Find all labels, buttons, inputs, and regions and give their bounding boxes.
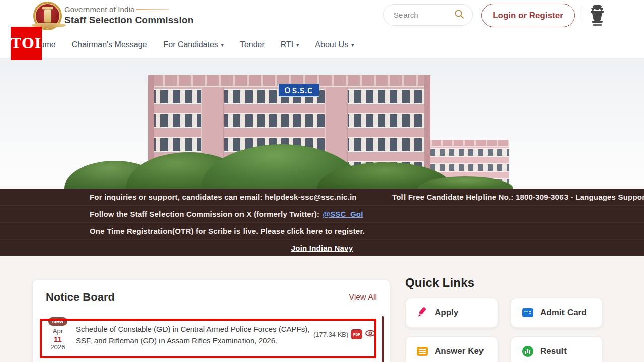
login-register-button[interactable]: Login or Register: [481, 4, 575, 27]
bar-chart-icon: [522, 346, 533, 357]
ssc-sign-logo-icon: [285, 87, 290, 93]
view-all-link[interactable]: View All: [349, 293, 377, 302]
helpline-text: Toll Free Candidate Helpline No.: 1800-3…: [392, 193, 644, 201]
chevron-down-icon: ▾: [296, 42, 299, 48]
twitter-handle-link[interactable]: @SSC_GoI: [323, 210, 363, 218]
search-input[interactable]: [394, 11, 449, 19]
quick-link-admit-card[interactable]: Admit Card: [511, 298, 603, 328]
ticker-row-navy: Join Indian Navy: [0, 239, 644, 256]
file-size-label: (177.34 KB): [313, 331, 348, 338]
ticker-row-contact: For inquiries or support, candidates can…: [0, 189, 644, 205]
notice-board-card: Notice Board View All New Apr 11 2026 Sc…: [32, 279, 390, 362]
notice-list-item[interactable]: New Apr 11 2026 Schedule of Constable (G…: [33, 312, 390, 362]
pen-icon: [417, 306, 428, 319]
ssc-building-sign: S.S.C: [278, 84, 319, 97]
ssc-logo-icon: [33, 2, 62, 30]
list-icon: [417, 347, 428, 356]
notice-scrollbar[interactable]: [382, 316, 384, 362]
ticker-row-twitter: Follow the Staff Selection Commission on…: [0, 205, 644, 222]
government-label: Government of India: [64, 5, 135, 14]
main-nav: Home Chairman's Message For Candidates▾ …: [0, 32, 644, 58]
site-header: Government of India Staff Selection Comm…: [0, 0, 644, 31]
new-badge: New: [48, 317, 68, 326]
nav-item-about-us[interactable]: About Us▾: [315, 40, 354, 49]
quick-link-apply[interactable]: Apply: [405, 298, 498, 328]
search-icon[interactable]: [454, 9, 464, 21]
otr-scribe-text: One Time Registration(OTR) for Scribe is…: [90, 227, 365, 235]
chevron-down-icon: ▾: [221, 42, 224, 48]
quick-links-section: Quick Links Apply Admit Card Answer Key …: [405, 276, 616, 362]
toi-watermark: TOI: [11, 27, 42, 60]
nav-item-chairmans-message[interactable]: Chairman's Message: [72, 40, 147, 49]
nav-item-for-candidates[interactable]: For Candidates▾: [163, 40, 223, 49]
nav-item-tender[interactable]: Tender: [240, 40, 265, 49]
quick-link-answer-key[interactable]: Answer Key: [405, 336, 498, 362]
national-emblem-icon: [588, 3, 607, 30]
twitter-text: Follow the Staff Selection Commission on…: [90, 210, 319, 218]
hero-building-image: S.S.C: [0, 58, 644, 189]
announcement-ticker: For inquiries or support, candidates can…: [0, 189, 644, 256]
quick-link-result[interactable]: Result: [511, 336, 603, 362]
notice-title-text[interactable]: Schedule of Constable (GD) in Central Ar…: [76, 323, 310, 346]
decorative-rule: [136, 9, 169, 10]
pdf-icon[interactable]: PDF: [351, 329, 362, 339]
ticker-row-otr: One Time Registration(OTR) for Scribe is…: [0, 222, 644, 239]
chevron-down-icon: ▾: [351, 42, 354, 48]
notice-board-title: Notice Board: [46, 291, 115, 304]
helpdesk-email-text: For inquiries or support, candidates can…: [90, 193, 357, 201]
id-card-icon: [522, 308, 533, 317]
nav-item-rti[interactable]: RTI▾: [281, 40, 299, 49]
quick-links-title: Quick Links: [405, 276, 616, 290]
site-title: Staff Selection Commission: [64, 15, 193, 26]
header-divider: [582, 7, 582, 23]
page-content: Notice Board View All New Apr 11 2026 Sc…: [0, 256, 644, 362]
search-box[interactable]: [383, 4, 473, 26]
join-indian-navy-link[interactable]: Join Indian Navy: [291, 244, 353, 252]
eye-icon[interactable]: [365, 329, 376, 340]
notice-date: New Apr 11 2026: [47, 317, 69, 351]
